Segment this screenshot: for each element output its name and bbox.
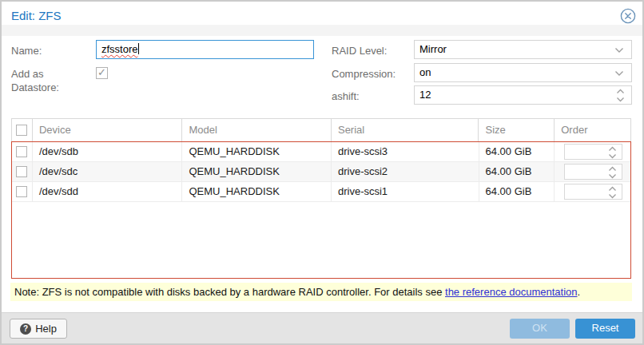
column-header-serial[interactable]: Serial [332, 119, 479, 141]
serial-cell: drive-scsi1 [332, 182, 479, 201]
order-spinner[interactable] [564, 184, 622, 200]
note-text: Note: ZFS is not compatible with disks b… [14, 286, 445, 298]
row-checkbox[interactable] [16, 146, 27, 157]
compression-label: Compression: [332, 67, 396, 81]
spinner-arrows[interactable] [608, 166, 617, 179]
name-input-value: zfsstore [101, 43, 138, 55]
edit-zfs-dialog: Edit: ZFS Name: zfsstore Add as Datastor… [0, 0, 644, 345]
name-label: Name: [11, 44, 42, 58]
chevron-up-icon [616, 89, 625, 94]
table-row[interactable]: /dev/sdd QEMU_HARDDISK drive-scsi1 64.00… [12, 182, 630, 202]
row-checkbox[interactable] [16, 186, 27, 197]
table-row[interactable]: /dev/sdc QEMU_HARDDISK drive-scsi2 64.00… [12, 162, 630, 182]
device-cell: /dev/sdc [33, 162, 183, 181]
add-as-datastore-label: Add as Datastore: [11, 67, 80, 94]
column-header-order[interactable]: Order [555, 119, 630, 141]
disk-table-header: Device Model Serial Size Order [11, 118, 631, 141]
size-cell: 64.00 GiB [479, 162, 555, 181]
spinner-arrows[interactable] [616, 89, 625, 102]
help-button[interactable]: ? Help [10, 319, 67, 339]
order-spinner[interactable] [564, 164, 622, 180]
chevron-up-icon [608, 166, 617, 172]
raid-level-value: Mirror [419, 43, 447, 55]
size-cell: 64.00 GiB [479, 182, 555, 201]
header-divider-band [2, 25, 642, 36]
help-button-label: Help [35, 319, 57, 339]
zfs-note: Note: ZFS is not compatible with disks b… [10, 283, 632, 301]
chevron-down-icon [608, 153, 617, 159]
device-table-body: /dev/sdb QEMU_HARDDISK drive-scsi3 64.00… [11, 141, 631, 279]
model-cell: QEMU_HARDDISK [182, 142, 332, 161]
row-checkbox[interactable] [16, 166, 27, 177]
compression-value: on [419, 66, 431, 78]
spinner-arrows[interactable] [608, 146, 617, 159]
question-mark-icon: ? [20, 323, 31, 335]
datastore-checkbox[interactable] [96, 67, 108, 79]
spinner-arrows[interactable] [608, 186, 617, 199]
dialog-title: Edit: ZFS [11, 9, 62, 22]
select-all-checkbox[interactable] [16, 125, 27, 136]
disk-table: Device Model Serial Size Order /dev/sdb … [11, 118, 631, 279]
table-row[interactable]: /dev/sdb QEMU_HARDDISK drive-scsi3 64.00… [12, 142, 630, 162]
dialog-footer: ? Help OK Reset [2, 312, 642, 343]
chevron-down-icon [616, 97, 625, 102]
model-cell: QEMU_HARDDISK [182, 182, 332, 201]
ashift-label: ashift: [332, 89, 360, 103]
serial-cell: drive-scsi3 [332, 142, 479, 161]
model-cell: QEMU_HARDDISK [182, 162, 332, 181]
chevron-up-icon [608, 186, 617, 192]
column-header-device[interactable]: Device [33, 119, 183, 141]
chevron-down-icon [608, 173, 617, 179]
column-header-model[interactable]: Model [182, 119, 332, 141]
chevron-down-icon [608, 193, 617, 199]
chevron-down-icon[interactable] [614, 47, 624, 54]
name-input[interactable]: zfsstore [96, 40, 314, 59]
size-cell: 64.00 GiB [479, 142, 555, 161]
ashift-spinner[interactable]: 12 [414, 85, 632, 105]
text-cursor [138, 43, 139, 54]
note-text-end: . [578, 286, 581, 298]
reset-button[interactable]: Reset [575, 319, 635, 339]
dialog-titlebar: Edit: ZFS [2, 2, 642, 25]
raid-level-select[interactable]: Mirror [414, 40, 632, 59]
compression-select[interactable]: on [414, 63, 632, 82]
device-cell: /dev/sdb [33, 142, 183, 161]
close-icon[interactable] [620, 8, 636, 24]
reference-documentation-link[interactable]: the reference documentation [445, 286, 578, 298]
raid-level-label: RAID Level: [332, 44, 387, 58]
chevron-down-icon[interactable] [614, 70, 624, 77]
chevron-up-icon [608, 146, 617, 152]
device-cell: /dev/sdd [33, 182, 183, 201]
column-header-size[interactable]: Size [479, 119, 555, 141]
serial-cell: drive-scsi2 [332, 162, 479, 181]
ashift-value: 12 [419, 89, 431, 101]
ok-button[interactable]: OK [510, 319, 570, 339]
order-spinner[interactable] [564, 144, 622, 160]
